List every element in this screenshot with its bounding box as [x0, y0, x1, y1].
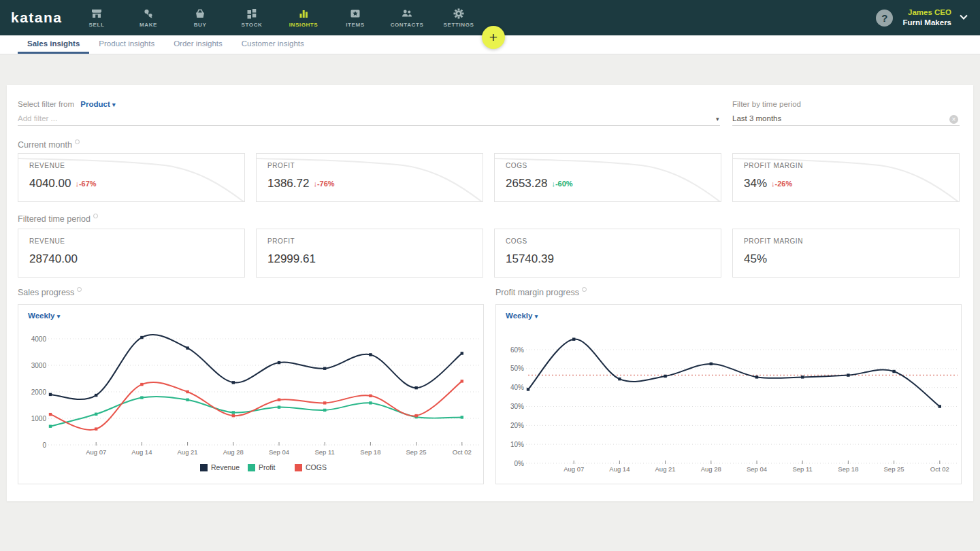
kpi-value: 12999.61	[267, 252, 316, 266]
select-filter-label: Select filter from Product ▾	[18, 100, 115, 108]
nav-item-sell[interactable]: SELL	[71, 0, 122, 35]
svg-text:4000: 4000	[31, 335, 47, 343]
add-button[interactable]: +	[482, 26, 505, 49]
nav-item-label: CONTACTS	[391, 22, 424, 28]
navbar-right: ? James CEO Furni Makers	[876, 7, 980, 28]
filtered-period-title: Filtered time period	[18, 214, 98, 224]
info-icon[interactable]	[75, 139, 80, 144]
kpi-value: 45%	[744, 252, 767, 266]
kpi-card-revenue-current: REVENUE 4040.00↓-67%	[18, 153, 245, 202]
svg-text:2000: 2000	[31, 388, 47, 396]
nav-item-items[interactable]: ITEMS	[329, 0, 381, 35]
svg-text:Sep 18: Sep 18	[360, 448, 380, 456]
filter-source-dropdown[interactable]: Product ▾	[80, 100, 115, 108]
nav-item-contacts[interactable]: CONTACTS	[381, 0, 433, 35]
katana-logo[interactable]: katana	[0, 10, 71, 26]
nav-item-make[interactable]: MAKE	[122, 0, 174, 35]
nav-item-settings[interactable]: SETTINGS	[433, 0, 485, 35]
svg-text:Oct 02: Oct 02	[930, 465, 949, 473]
profit-margin-progress-title: Profit margin progress	[495, 287, 587, 297]
svg-text:Aug 21: Aug 21	[655, 465, 676, 473]
time-period-label: Filter by time period	[732, 100, 801, 108]
caret-down-icon: ▾	[57, 313, 61, 320]
kpi-card-cogs-current: COGS 2653.28↓-60%	[494, 153, 721, 202]
help-button[interactable]: ?	[876, 10, 893, 27]
kpi-delta: ↓-60%	[551, 180, 572, 188]
main-nav: SELL MAKE BUY STOCK	[71, 0, 485, 35]
kpi-value: 1386.72↓-76%	[267, 177, 335, 190]
svg-text:3000: 3000	[31, 362, 47, 369]
svg-text:Aug 21: Aug 21	[178, 448, 198, 456]
kpi-label: REVENUE	[29, 237, 65, 245]
nav-item-label: BUY	[194, 22, 207, 28]
svg-text:60%: 60%	[510, 346, 524, 354]
kpi-card-cogs-period: COGS 15740.39	[494, 229, 721, 278]
info-icon[interactable]	[93, 214, 98, 218]
nav-item-insights[interactable]: INSIGHTS	[278, 0, 329, 35]
gear-icon	[453, 7, 465, 20]
svg-text:Sep 11: Sep 11	[792, 465, 812, 473]
user-company: Furni Makers	[902, 18, 951, 28]
svg-text:Sep 25: Sep 25	[884, 465, 904, 473]
svg-text:20%: 20%	[510, 422, 524, 429]
profit-margin-progress-chart: Weekly ▾ 0%10%20%30%40%50%60%Aug 07Aug 1…	[495, 304, 962, 484]
svg-text:1000: 1000	[31, 415, 47, 422]
tab-sales-insights[interactable]: Sales insights	[18, 35, 89, 54]
chevron-down-icon	[960, 12, 967, 20]
kpi-label: PROFIT	[267, 162, 295, 169]
svg-text:Sep 18: Sep 18	[838, 465, 858, 473]
svg-text:COGS: COGS	[306, 463, 327, 471]
svg-text:Aug 28: Aug 28	[701, 465, 721, 473]
svg-text:Sep 04: Sep 04	[269, 448, 289, 456]
make-tools-icon	[142, 7, 154, 20]
kpi-delta: ↓-26%	[771, 180, 792, 188]
svg-text:0: 0	[42, 441, 46, 449]
kpi-value: 15740.39	[506, 252, 554, 266]
svg-text:Sep 11: Sep 11	[314, 448, 334, 456]
kpi-delta: ↓-67%	[75, 180, 96, 188]
tab-customer-insights[interactable]: Customer insights	[232, 35, 314, 54]
svg-text:10%: 10%	[510, 441, 524, 448]
current-month-title: Current month	[18, 139, 80, 150]
filter-dropdown-caret-icon[interactable]: ▾	[716, 116, 719, 122]
user-name: James CEO	[902, 7, 951, 18]
user-menu[interactable]: James CEO Furni Makers	[902, 7, 951, 28]
caret-down-icon: ▾	[535, 313, 538, 320]
add-filter-input[interactable]	[18, 111, 720, 126]
kpi-value: 2653.28↓-60%	[506, 177, 573, 190]
info-icon[interactable]	[77, 287, 82, 292]
svg-text:30%: 30%	[510, 403, 524, 410]
svg-text:Sep 25: Sep 25	[406, 448, 427, 456]
sales-progress-plot: 01000200030004000Aug 07Aug 14Aug 21Aug 2…	[18, 327, 485, 484]
profit-margin-plot: 0%10%20%30%40%50%60%Aug 07Aug 14Aug 21Au…	[496, 327, 962, 484]
sales-progress-title: Sales progress	[18, 287, 82, 297]
info-icon[interactable]	[582, 287, 587, 292]
kpi-label: PROFIT	[267, 237, 295, 245]
tab-product-insights[interactable]: Product insights	[89, 35, 164, 54]
nav-item-buy[interactable]: BUY	[174, 0, 226, 35]
svg-text:Aug 14: Aug 14	[131, 448, 152, 456]
time-period-input[interactable]	[732, 111, 960, 126]
people-icon	[401, 7, 413, 20]
kpi-card-revenue-period: REVENUE 28740.00	[18, 229, 245, 278]
svg-text:Sep 04: Sep 04	[747, 465, 767, 473]
clear-icon[interactable]: ×	[949, 115, 958, 124]
svg-text:Revenue: Revenue	[211, 463, 240, 471]
kpi-label: PROFIT MARGIN	[744, 237, 803, 245]
frequency-dropdown[interactable]: Weekly ▾	[28, 312, 60, 320]
tag-star-icon	[349, 7, 361, 20]
nav-item-stock[interactable]: STOCK	[226, 0, 278, 35]
kpi-label: PROFIT MARGIN	[744, 162, 803, 169]
sales-progress-chart: Weekly ▾ 01000200030004000Aug 07Aug 14Au…	[18, 304, 484, 484]
kpi-card-profit-margin-period: PROFIT MARGIN 45%	[732, 229, 960, 278]
storefront-icon	[91, 7, 103, 20]
stock-grid-icon	[246, 7, 258, 20]
bar-chart-icon	[297, 7, 310, 20]
basket-icon	[194, 7, 206, 20]
tab-order-insights[interactable]: Order insights	[164, 35, 232, 54]
frequency-dropdown[interactable]: Weekly ▾	[506, 312, 538, 320]
kpi-value: 34%↓-26%	[744, 177, 792, 190]
nav-item-label: STOCK	[242, 22, 263, 28]
app-window: katana SELL MAKE BUY	[0, 0, 980, 551]
svg-text:Profit: Profit	[259, 463, 276, 471]
